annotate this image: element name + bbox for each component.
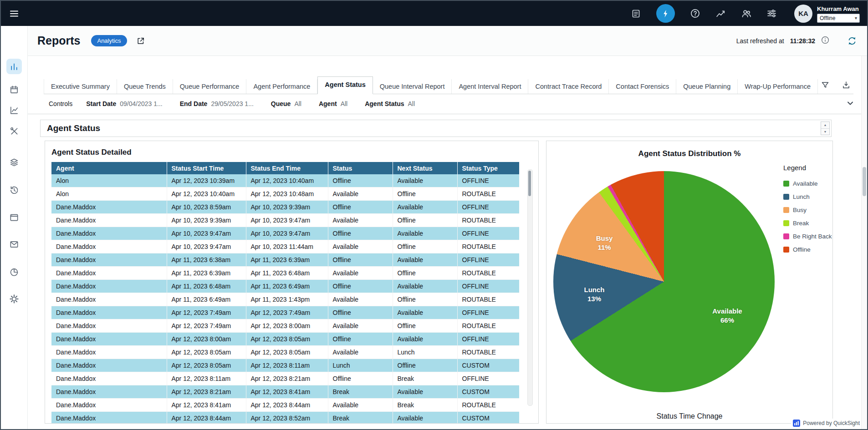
table-scrollbar[interactable] (527, 169, 533, 406)
table-row[interactable]: Dane.MaddoxApr 12, 2023 8:05amApr 12, 20… (51, 359, 519, 372)
help-icon[interactable] (689, 8, 700, 19)
download-icon[interactable] (842, 81, 851, 91)
controls-collapse-chevron-icon[interactable] (846, 99, 854, 107)
sidebar-item-history[interactable] (6, 182, 22, 198)
table-row[interactable]: Dane.MaddoxApr 10, 2023 8:59amApr 10, 20… (51, 201, 519, 214)
tab-agent-performance[interactable]: Agent Performance (246, 79, 317, 94)
sidebar-item-layers[interactable] (6, 155, 22, 170)
page-scrollbar[interactable] (861, 56, 867, 429)
sidebar-item-settings[interactable] (6, 291, 22, 307)
table-cell: Apr 11, 2023 6:39am (246, 253, 328, 267)
legend-item-available[interactable]: Available (783, 177, 832, 190)
table-cell: Offline (393, 319, 457, 333)
table-scrollbar-thumb[interactable] (528, 171, 531, 196)
user-name: Khurram Awan (817, 5, 860, 12)
table-row[interactable]: Dane.MaddoxApr 12, 2023 8:44amApr 12, 20… (51, 412, 519, 424)
control-start-date[interactable]: Start Date09/04/2023 1... (86, 100, 163, 107)
column-header-next-status[interactable]: Next Status (393, 162, 457, 174)
status-dropdown[interactable]: Offline ▾ (817, 14, 860, 23)
table-row[interactable]: AlonApr 12, 2023 10:39amApr 12, 2023 10:… (51, 174, 519, 187)
tab-executive-summary[interactable]: Executive Summary (44, 79, 117, 94)
control-value: All (294, 100, 301, 107)
legend-item-lunch[interactable]: Lunch (783, 190, 832, 203)
sidebar-item-tools[interactable] (6, 123, 22, 139)
users-icon[interactable] (740, 8, 751, 19)
flash-icon[interactable] (656, 4, 675, 23)
column-header-status-end-time[interactable]: Status End Time (246, 162, 328, 174)
table-row[interactable]: AlonApr 12, 2023 10:40amApr 12, 2023 10:… (51, 187, 519, 201)
tab-queue-interval-report[interactable]: Queue Interval Report (373, 79, 452, 94)
app-window: KA Khurram Awan Offline ▾ (0, 0, 868, 430)
control-agent-status[interactable]: Agent StatusAll (365, 100, 415, 107)
external-link-icon[interactable] (136, 36, 145, 46)
table-cell: Apr 12, 2023 7:49am (246, 306, 328, 319)
powered-by-quicksight[interactable]: Powered by QuickSight (791, 419, 862, 428)
legend-item-break[interactable]: Break (783, 217, 832, 230)
control-agent[interactable]: AgentAll (319, 100, 347, 107)
tab-wrap-up-performance[interactable]: Wrap-Up Performance (738, 79, 818, 94)
table-row[interactable]: Dane.MaddoxApr 10, 2023 9:47amApr 10, 20… (51, 227, 519, 240)
stepper-down-icon[interactable]: ▼ (821, 129, 829, 135)
pie-label-busy: Busy11% (596, 234, 613, 252)
tab-contract-trace-record[interactable]: Contract Trace Record (528, 79, 609, 94)
filter-icon[interactable] (821, 81, 830, 91)
avatar[interactable]: KA (794, 5, 812, 23)
controls-filters: Start Date09/04/2023 1...End Date29/05/2… (86, 100, 415, 107)
legend-item-busy[interactable]: Busy (783, 203, 832, 217)
refresh-icon[interactable] (847, 36, 857, 46)
stepper-up-icon[interactable]: ▲ (821, 122, 829, 129)
sidebar (1, 26, 28, 429)
control-end-date[interactable]: End Date29/05/2023 1... (180, 100, 254, 107)
legend-swatch (783, 207, 789, 213)
table-cell: Dane.Maddox (51, 214, 167, 227)
legend-swatch (783, 233, 789, 239)
table-row[interactable]: Dane.MaddoxApr 12, 2023 7:49amApr 12, 20… (51, 306, 519, 319)
table-row[interactable]: Dane.MaddoxApr 11, 2023 6:38amApr 11, 20… (51, 253, 519, 267)
sheet-stepper[interactable]: ▲ ▼ (821, 121, 830, 135)
sidebar-item-metrics[interactable] (6, 102, 22, 118)
tab-agent-interval-report[interactable]: Agent Interval Report (452, 79, 528, 94)
table-row[interactable]: Dane.MaddoxApr 11, 2023 6:48amApr 11, 20… (51, 280, 519, 293)
table-row[interactable]: Dane.MaddoxApr 12, 2023 8:21amApr 12, 20… (51, 385, 519, 399)
hamburger-menu-icon[interactable] (9, 9, 19, 19)
info-icon[interactable] (821, 36, 829, 46)
table-cell: Available (393, 253, 457, 267)
sidebar-item-mail[interactable] (6, 237, 22, 252)
table-cell: Offline (328, 253, 393, 267)
tab-agent-status[interactable]: Agent Status (317, 76, 373, 94)
table-cell: ROUTABLE (457, 319, 519, 333)
legend-item-offline[interactable]: Offline (783, 243, 832, 256)
table-cell: Apr 10, 2023 9:47am (167, 227, 246, 240)
page-scrollbar-thumb[interactable] (863, 167, 866, 196)
controls-row: Controls Start Date09/04/2023 1...End Da… (27, 94, 867, 114)
table-row[interactable]: Dane.MaddoxApr 12, 2023 7:49amApr 12, 20… (51, 319, 519, 333)
table-row[interactable]: Dane.MaddoxApr 11, 2023 6:49amApr 11, 20… (51, 293, 519, 306)
preferences-icon[interactable] (766, 8, 777, 19)
pie-chart[interactable] (553, 171, 775, 392)
notes-icon[interactable] (631, 8, 642, 19)
table-row[interactable]: Dane.MaddoxApr 10, 2023 9:47amApr 10, 20… (51, 240, 519, 253)
table-row[interactable]: Dane.MaddoxApr 12, 2023 8:41amApr 12, 20… (51, 399, 519, 412)
sidebar-item-analytics[interactable] (6, 59, 22, 74)
table-row[interactable]: Dane.MaddoxApr 12, 2023 8:05amApr 12, 20… (51, 346, 519, 359)
sidebar-item-calendar[interactable] (6, 82, 22, 97)
sidebar-item-contact-insights[interactable] (6, 264, 22, 280)
tab-queue-performance[interactable]: Queue Performance (173, 79, 247, 94)
control-queue[interactable]: QueueAll (271, 100, 301, 107)
table-row[interactable]: Dane.MaddoxApr 12, 2023 8:00amApr 12, 20… (51, 333, 519, 346)
sidebar-item-window[interactable] (6, 210, 22, 225)
table-row[interactable]: Dane.MaddoxApr 12, 2023 8:11amApr 12, 20… (51, 372, 519, 385)
refresh-time: 11:28:32 (790, 37, 815, 45)
column-header-status[interactable]: Status (328, 162, 393, 174)
column-header-agent[interactable]: Agent (51, 162, 167, 174)
insights-icon[interactable] (715, 8, 726, 19)
tab-queue-trends[interactable]: Queue Trends (117, 79, 173, 94)
legend-label: Available (793, 180, 818, 187)
legend-item-be-right-back[interactable]: Be Right Back (783, 230, 832, 243)
tab-contact-forensics[interactable]: Contact Forensics (609, 79, 676, 94)
column-header-status-type[interactable]: Status Type (457, 162, 519, 174)
column-header-status-start-time[interactable]: Status Start Time (167, 162, 246, 174)
table-row[interactable]: Dane.MaddoxApr 10, 2023 9:39amApr 10, 20… (51, 214, 519, 227)
tab-queue-planning[interactable]: Queue Planning (676, 79, 738, 94)
table-row[interactable]: Dane.MaddoxApr 11, 2023 6:39amApr 11, 20… (51, 267, 519, 280)
